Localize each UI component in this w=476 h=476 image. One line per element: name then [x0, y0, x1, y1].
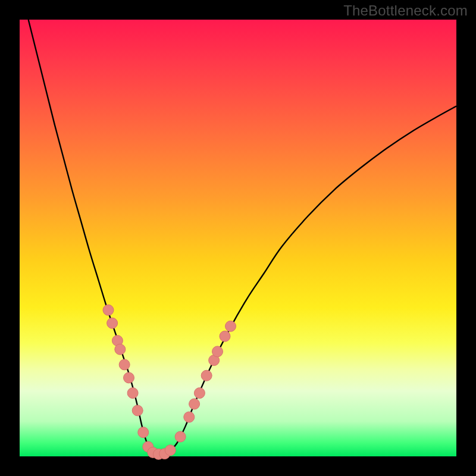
curve-dot — [201, 370, 212, 381]
curve-dot — [127, 388, 138, 399]
chart-plot-area — [20, 20, 456, 456]
bottleneck-chart-svg — [20, 20, 456, 456]
curve-dot — [226, 321, 236, 331]
curve-dot — [184, 412, 195, 422]
curve-dot — [138, 427, 149, 438]
curve-dot — [115, 344, 126, 355]
curve-dots-group — [103, 305, 236, 459]
curve-dot — [119, 359, 130, 370]
chart-frame: TheBottleneck.com — [0, 0, 476, 476]
curve-dot — [132, 405, 143, 416]
curve-dot — [165, 445, 176, 456]
curve-dot — [107, 318, 118, 328]
curve-dot — [212, 346, 223, 357]
curve-dot — [175, 431, 186, 442]
curve-dot — [194, 388, 205, 399]
curve-dot — [220, 331, 230, 342]
curve-dot — [124, 372, 134, 383]
curve-dot — [103, 305, 114, 315]
watermark-text: TheBottleneck.com — [343, 2, 468, 19]
curve-dot — [189, 399, 200, 409]
bottleneck-curve — [29, 20, 456, 455]
